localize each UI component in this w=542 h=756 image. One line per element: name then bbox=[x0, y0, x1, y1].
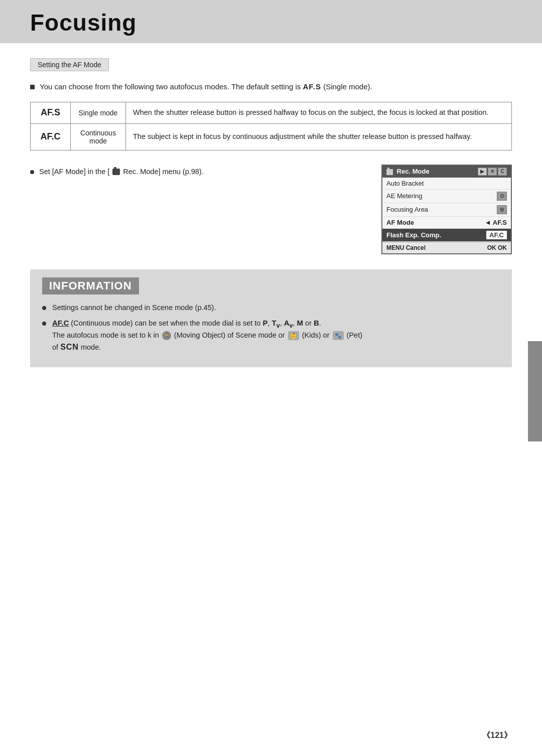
ae-metering-icon: ⊙ bbox=[497, 192, 507, 201]
bullet-square-icon bbox=[30, 85, 35, 89]
menu-row-auto-bracket: Auto Bracket bbox=[382, 178, 511, 190]
af-c-code: AF.C bbox=[31, 123, 71, 150]
info-text-1: Settings cannot be changed in Scene mode… bbox=[52, 303, 500, 314]
header-bar: Focusing bbox=[0, 0, 542, 43]
table-row: AF.S Single mode When the shutter releas… bbox=[31, 102, 512, 124]
right-sidebar-accent bbox=[528, 341, 542, 441]
menu-row-focusing-area: Focusing Area ⊞ bbox=[382, 203, 511, 217]
kids-icon: 👶 bbox=[288, 331, 299, 340]
information-title: INFORMATION bbox=[42, 277, 139, 294]
af-c-mode-name: Continuousmode bbox=[71, 123, 126, 150]
menu-label-af-mode: AF Mode bbox=[386, 219, 414, 226]
menu-label-focusing-area: Focusing Area bbox=[386, 206, 428, 213]
menu-label-ae-metering: AE Metering bbox=[386, 192, 423, 200]
af-s-description: When the shutter release button is press… bbox=[126, 102, 512, 124]
intro-paragraph: You can choose from the following two au… bbox=[30, 82, 512, 91]
menu-label-flash-exp: Flash Exp. Comp. bbox=[386, 231, 441, 239]
af-s-mode-name: Single mode bbox=[71, 102, 126, 124]
menu-label-auto-bracket: Auto Bracket bbox=[386, 180, 424, 187]
menu-value-af-mode: ◄ AF.S bbox=[485, 219, 507, 226]
menu-icons: ▶ ✕ C bbox=[478, 168, 507, 176]
set-af-instruction: Set [AF Mode] in the [ Rec. Mode] menu (… bbox=[30, 165, 361, 176]
intro-text: You can choose from the following two au… bbox=[40, 82, 372, 91]
mode-p: P bbox=[262, 319, 267, 327]
pet-icon: 🐾 bbox=[333, 331, 344, 340]
focusing-area-icon: ⊞ bbox=[497, 205, 507, 214]
menu-value-flash-exp: AF.C bbox=[486, 231, 507, 239]
set-af-row: Set [AF Mode] in the [ Rec. Mode] menu (… bbox=[30, 165, 512, 254]
menu-row-flash-exp: Flash Exp. Comp. AF.C bbox=[382, 229, 511, 242]
main-content: Setting the AF Mode You can choose from … bbox=[0, 43, 542, 387]
page-number: 《121》 bbox=[482, 730, 512, 741]
mode-av: Av bbox=[284, 319, 293, 327]
set-af-text-content: Set [AF Mode] in the [ Rec. Mode] menu (… bbox=[39, 168, 204, 176]
moving-object-icon: 🏃 bbox=[162, 331, 171, 340]
circle-bullet-icon-2 bbox=[42, 322, 46, 326]
menu-row-ae-metering: AE Metering ⊙ bbox=[382, 190, 511, 203]
menu-icon-x: ✕ bbox=[488, 168, 497, 176]
circle-bullet-icon bbox=[30, 170, 34, 174]
af-s-code-inline: AF.S bbox=[303, 82, 321, 91]
info-item-1: Settings cannot be changed in Scene mode… bbox=[42, 303, 500, 314]
menu-footer: MENU Cancel OK OK bbox=[382, 242, 511, 253]
menu-title-row: Rec. Mode ▶ ✕ C bbox=[382, 166, 511, 178]
menu-icon-c: C bbox=[498, 168, 507, 176]
menu-icon-play: ▶ bbox=[478, 168, 487, 176]
menu-cancel-label: MENU Cancel bbox=[386, 244, 426, 251]
page-title: Focusing bbox=[30, 9, 512, 36]
table-row: AF.C Continuousmode The subject is kept … bbox=[31, 123, 512, 150]
scn-bold-text: SCN bbox=[60, 343, 79, 351]
subtitle-badge: Setting the AF Mode bbox=[30, 58, 109, 71]
menu-title-text: Rec. Mode bbox=[386, 168, 430, 175]
circle-bullet-icon-1 bbox=[42, 306, 46, 310]
information-box: INFORMATION Settings cannot be changed i… bbox=[30, 269, 512, 367]
menu-ok-label: OK OK bbox=[487, 244, 507, 251]
af-c-description: The subject is kept in focus by continuo… bbox=[126, 123, 512, 150]
afc-bold-text: AF.C bbox=[52, 319, 69, 327]
mode-b: B bbox=[314, 319, 319, 327]
mode-tv: Tv bbox=[272, 319, 280, 327]
menu-mockup: Rec. Mode ▶ ✕ C Auto Bracket AE Metering… bbox=[381, 165, 512, 254]
camera-rec-icon bbox=[112, 169, 120, 175]
af-s-code: AF.S bbox=[31, 102, 71, 124]
info-text-2: AF.C (Continuous mode) can be set when t… bbox=[52, 318, 500, 354]
info-item-2: AF.C (Continuous mode) can be set when t… bbox=[42, 318, 500, 354]
af-mode-table: AF.S Single mode When the shutter releas… bbox=[30, 102, 512, 150]
menu-row-af-mode: AF Mode ◄ AF.S bbox=[382, 217, 511, 229]
mode-m: M bbox=[297, 319, 304, 327]
